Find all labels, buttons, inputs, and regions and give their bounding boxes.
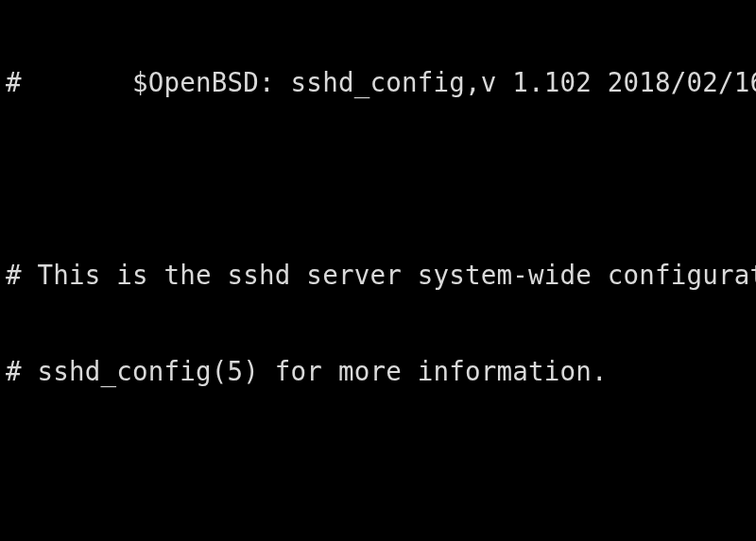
config-line: # sshd_config(5) for more information. (0, 355, 756, 387)
config-line: # This is the sshd server system-wide co… (0, 259, 756, 291)
blank-line (0, 162, 756, 194)
terminal-editor[interactable]: # $OpenBSD: sshd_config,v 1.102 2018/02/… (0, 0, 756, 541)
blank-line (0, 451, 756, 483)
config-line: # $OpenBSD: sshd_config,v 1.102 2018/02/… (0, 66, 756, 98)
